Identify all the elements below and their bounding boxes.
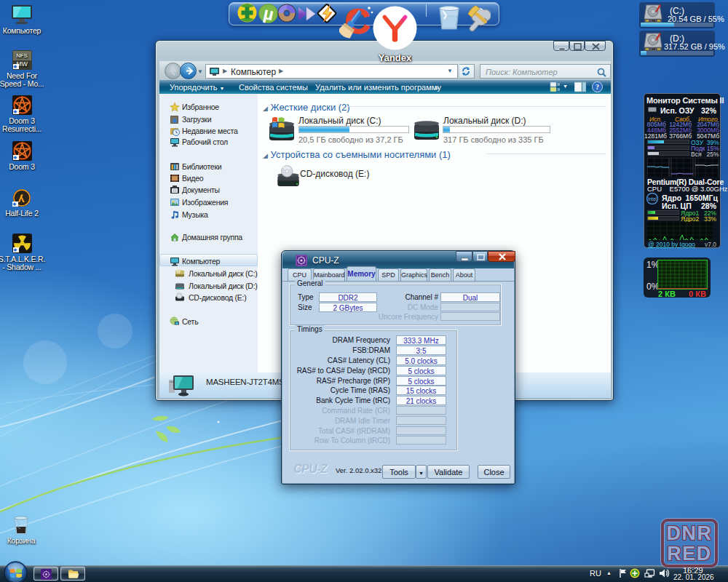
svg-text:intel: intel — [648, 196, 657, 202]
svg-text:?: ? — [596, 83, 599, 91]
svg-text:NFS: NFS — [16, 52, 28, 59]
